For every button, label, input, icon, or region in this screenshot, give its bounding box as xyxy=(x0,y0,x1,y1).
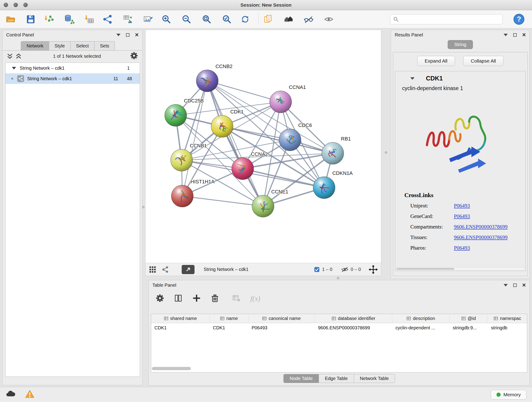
search-input[interactable] xyxy=(401,17,500,22)
panel-close-icon[interactable]: × xyxy=(522,282,526,288)
import-network-database-button[interactable] xyxy=(63,13,75,25)
expand-all-icon[interactable] xyxy=(15,53,22,59)
table-row[interactable]: CDK1 CDK1 P06493 9606.ENSP00000378699 cy… xyxy=(151,323,527,332)
tab-network-table[interactable]: Network Table xyxy=(354,374,395,383)
node-RB1[interactable] xyxy=(322,142,344,164)
table-cell[interactable]: 9606.ENSP00000378699 xyxy=(315,325,392,331)
import-network-file-button[interactable] xyxy=(43,13,55,25)
collapse-all-icon[interactable] xyxy=(7,53,13,59)
tab-node-table[interactable]: Node Table xyxy=(283,374,319,383)
column-header-description[interactable]: description xyxy=(392,314,450,323)
results-scrollbar[interactable] xyxy=(396,267,525,270)
node-CDC25B[interactable] xyxy=(165,104,187,126)
tab-network[interactable]: Network xyxy=(21,41,49,51)
edge-CCNA2-CDKN1A[interactable] xyxy=(243,169,324,188)
zoom-selected-button[interactable] xyxy=(221,13,233,25)
tree-expanded-icon[interactable] xyxy=(12,67,16,70)
table-settings-button[interactable] xyxy=(156,294,164,303)
gear-icon[interactable] xyxy=(130,51,138,61)
tab-style[interactable]: Style xyxy=(49,41,70,51)
share-view-button[interactable] xyxy=(162,266,169,273)
table-cell[interactable]: CDK1 xyxy=(210,325,248,331)
table-cell[interactable]: stringdb:9... xyxy=(450,325,488,331)
node-HIST1H1A[interactable] xyxy=(171,185,193,207)
hide-button[interactable] xyxy=(303,13,315,25)
function-builder-button[interactable]: f(x) xyxy=(250,294,260,303)
save-session-button[interactable] xyxy=(25,13,37,25)
search-box[interactable] xyxy=(390,14,503,24)
home-button[interactable] xyxy=(283,13,294,25)
table-cell[interactable]: cyclin-dependent ... xyxy=(392,325,450,331)
bottom-splitter-handle[interactable] xyxy=(337,277,339,279)
show-button[interactable] xyxy=(323,13,335,25)
zoom-out-button[interactable] xyxy=(181,13,192,25)
selected-checkbox-icon[interactable] xyxy=(314,267,320,273)
column-header-shared-name[interactable]: shared name xyxy=(151,314,210,323)
right-splitter-handle[interactable] xyxy=(385,151,387,154)
network-canvas[interactable]: CCNB2CCNA1CDC25BCDK1CDC6RB1CCNB1CCNA2CDK… xyxy=(145,30,381,263)
network-table-button[interactable] xyxy=(122,13,134,25)
node-CCNA2[interactable] xyxy=(232,158,254,180)
panel-close-icon[interactable]: × xyxy=(522,32,526,38)
pan-tool-button[interactable] xyxy=(369,265,378,274)
crosslink-genecard-link[interactable]: P06493 xyxy=(454,213,470,219)
panel-float-icon[interactable] xyxy=(126,33,129,37)
crosslink-tissues-link[interactable]: 9606.ENSP00000378699 xyxy=(454,235,508,240)
node-CDK1[interactable] xyxy=(211,115,233,137)
column-header-id[interactable]: @id xyxy=(450,314,488,323)
node-CCNA1[interactable] xyxy=(270,91,292,113)
table-cell[interactable]: P06493 xyxy=(248,325,315,331)
collapse-all-button[interactable]: Collapse All xyxy=(463,56,504,66)
table-cell[interactable]: stringdb xyxy=(488,325,527,331)
crosslink-compartments-link[interactable]: 9606.ENSP00000378699 xyxy=(454,224,508,230)
edge-CCNB2-CCNE1[interactable] xyxy=(207,81,263,206)
import-table-file-button[interactable] xyxy=(83,13,95,25)
section-collapse-icon[interactable] xyxy=(410,77,414,80)
add-column-button[interactable] xyxy=(192,294,201,303)
cloud-button[interactable] xyxy=(6,389,16,400)
network-collection-row[interactable]: String Network – cdk1 1 xyxy=(6,63,140,73)
table-hscrollbar[interactable] xyxy=(152,367,191,370)
node-CCNB1[interactable] xyxy=(171,149,193,171)
panel-float-icon[interactable] xyxy=(513,33,517,37)
delete-table-button[interactable] xyxy=(232,294,241,303)
network-graph[interactable]: CCNB2CCNA1CDC25BCDK1CDC6RB1CCNB1CCNA2CDK… xyxy=(146,30,381,263)
show-columns-button[interactable] xyxy=(174,294,183,303)
network-row[interactable]: • String Network – cdk1 11 48 xyxy=(6,73,140,84)
hidden-eye-icon[interactable] xyxy=(341,267,348,273)
panel-menu-icon[interactable] xyxy=(504,284,508,287)
node-CDKN1A[interactable] xyxy=(313,177,335,199)
node-CCNE1[interactable] xyxy=(252,195,274,217)
delete-column-button[interactable] xyxy=(210,294,219,303)
tab-select[interactable]: Select xyxy=(70,41,95,51)
crosslink-pharos-link[interactable]: P06493 xyxy=(454,245,470,251)
node-CDC6[interactable] xyxy=(279,129,301,151)
panel-menu-icon[interactable] xyxy=(504,34,508,36)
open-session-button[interactable] xyxy=(5,13,17,25)
panel-close-icon[interactable]: × xyxy=(135,32,139,38)
node-CCNB2[interactable] xyxy=(196,70,218,92)
export-image-button[interactable] xyxy=(142,13,154,25)
refresh-button[interactable] xyxy=(239,13,251,25)
expand-all-button[interactable]: Expand All xyxy=(417,56,455,66)
edge-CCNE1-HIST1H1A[interactable] xyxy=(182,196,263,206)
tab-string[interactable]: String xyxy=(448,40,473,49)
column-header-name[interactable]: name xyxy=(210,314,248,323)
table-cell[interactable]: CDK1 xyxy=(151,325,210,331)
network-arrows-button[interactable] xyxy=(102,13,114,25)
panel-float-icon[interactable] xyxy=(513,283,517,287)
birdseye-toggle-button[interactable] xyxy=(182,265,195,274)
column-header-canonical-name[interactable]: canonical name xyxy=(248,314,315,323)
grid-view-button[interactable] xyxy=(149,266,157,274)
copy-document-button[interactable] xyxy=(262,13,274,25)
zoom-fit-button[interactable] xyxy=(201,13,213,25)
column-header-namespace[interactable]: namespac xyxy=(488,314,527,323)
column-header-database-identifier[interactable]: database identifier xyxy=(315,314,392,323)
left-splitter-handle[interactable] xyxy=(142,206,145,208)
tab-edge-table[interactable]: Edge Table xyxy=(319,374,354,383)
zoom-in-button[interactable] xyxy=(160,13,172,25)
crosslink-uniprot-link[interactable]: P06493 xyxy=(454,203,470,209)
tab-sets[interactable]: Sets xyxy=(94,41,115,51)
help-button[interactable]: ? xyxy=(513,13,525,26)
warning-button[interactable] xyxy=(25,389,35,400)
